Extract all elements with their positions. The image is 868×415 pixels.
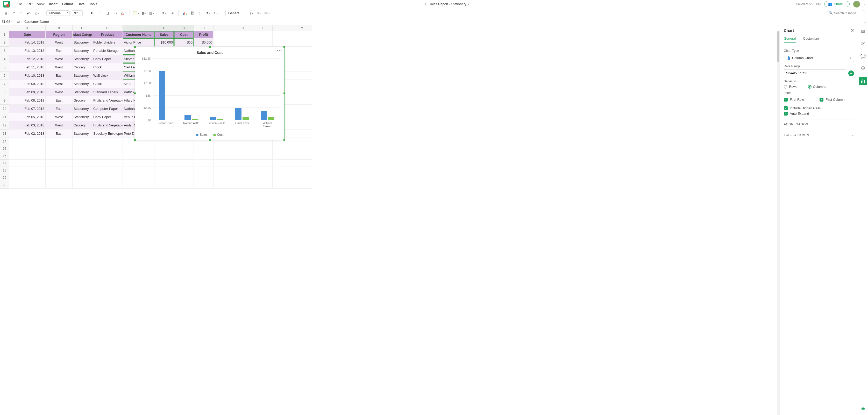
tab-customize[interactable]: Customize [803, 34, 819, 43]
col-header-D[interactable]: D [92, 25, 123, 31]
merge-button[interactable]: ▥ [149, 10, 155, 16]
data-cell[interactable]: Feb 10, 2018 [9, 71, 45, 80]
data-cell[interactable]: Grocery [72, 63, 92, 71]
header-cell[interactable]: Region [45, 31, 72, 38]
data-cell[interactable]: $5,000 [194, 38, 214, 46]
col-header-F[interactable]: F [154, 25, 174, 31]
star-icon[interactable]: ★ [424, 2, 427, 6]
row-header-9[interactable]: 9 [0, 96, 9, 105]
borders-button[interactable]: ▦ [141, 10, 147, 16]
data-cell[interactable]: Fruits and Vegetables [92, 121, 123, 130]
decimal-dec-icon[interactable]: .0← [256, 10, 262, 16]
wrap-button[interactable]: ⇥ [169, 10, 175, 16]
data-cell[interactable]: Grocery [72, 121, 92, 130]
text-color-button[interactable]: A [120, 10, 126, 16]
formula-input[interactable]: Customer Name [22, 20, 862, 24]
data-cell[interactable]: Feb 05, 2018 [9, 113, 45, 121]
row-header-17[interactable]: 17 [0, 160, 9, 167]
menu-edit[interactable]: Edit [27, 2, 32, 6]
decimal-inc-icon[interactable]: .00→ [264, 10, 270, 16]
data-cell[interactable]: East [45, 96, 72, 105]
series-columns-radio[interactable]: Columns [808, 85, 826, 89]
col-header-C[interactable]: C [72, 25, 92, 31]
data-cell[interactable]: Copy Paper [92, 55, 123, 63]
spreadsheet[interactable]: ABCDEFGHIJKLM1DateRegionProduct Category… [0, 25, 780, 415]
chart-menu-icon[interactable]: ••• [277, 49, 282, 52]
insert-image-icon[interactable]: 🖼 [189, 10, 196, 16]
search-in-range-input[interactable]: Search in range [827, 10, 865, 16]
data-range-input[interactable] [784, 69, 846, 77]
chart-type-select[interactable]: Column Chart [784, 54, 854, 62]
data-cell[interactable]: Stationery [72, 113, 92, 121]
redo-icon[interactable]: ↷ [18, 10, 24, 16]
col-header-B[interactable]: B [45, 25, 72, 31]
underline-button[interactable]: U [105, 10, 111, 16]
row-header-4[interactable]: 4 [0, 55, 9, 63]
chart-object[interactable]: ••• Sales and Cost $0$2.5K$5K$7.5K$10K$1… [135, 46, 284, 140]
include-hidden-check[interactable]: ✓Include Hidden Cells [784, 106, 854, 110]
fx-icon[interactable]: fx [15, 20, 22, 24]
vertical-scrollbar[interactable] [777, 31, 780, 415]
col-header-J[interactable]: J [233, 25, 253, 31]
print-icon[interactable]: 🖨 [3, 10, 9, 16]
data-cell[interactable]: $10,000 [154, 38, 174, 46]
menu-insert[interactable]: Insert [49, 2, 58, 6]
bold-button[interactable]: B [89, 10, 95, 16]
italic-button[interactable]: I [97, 10, 103, 16]
header-cell[interactable]: Cost [174, 31, 194, 38]
menu-file[interactable]: File [17, 2, 22, 6]
menu-tools[interactable]: Tools [89, 2, 97, 6]
col-header-A[interactable]: A [9, 25, 45, 31]
row-header-18[interactable]: 18 [0, 167, 9, 174]
clear-format-icon[interactable]: ◰ [34, 10, 40, 16]
row-header-20[interactable]: 20 [0, 181, 9, 189]
sigma-icon[interactable]: Σ [213, 10, 219, 16]
row-header-7[interactable]: 7 [0, 80, 9, 88]
header-cell[interactable]: Product Category [72, 31, 92, 38]
col-header-H[interactable]: H [194, 25, 214, 31]
data-cell[interactable]: Feb 03, 2018 [9, 121, 45, 130]
data-cell[interactable]: Stationery [72, 46, 92, 55]
close-panel-icon[interactable]: ✕ [850, 28, 854, 33]
series-rows-radio[interactable]: Rows [784, 85, 798, 89]
account-dropdown-icon[interactable]: ▾ [864, 3, 865, 5]
select-all-corner[interactable] [0, 25, 9, 31]
data-cell[interactable]: Feb 09, 2018 [9, 80, 45, 88]
menu-view[interactable]: View [37, 2, 44, 6]
data-cell[interactable]: Folder dividers [92, 38, 123, 46]
row-header-12[interactable]: 12 [0, 121, 9, 130]
row-header-14[interactable]: 14 [0, 138, 9, 145]
data-cell[interactable]: Stationery [72, 130, 92, 138]
data-cell[interactable]: Specialty Envelopes [92, 130, 123, 138]
row-header-19[interactable]: 19 [0, 174, 9, 181]
rail-comment-icon[interactable]: 💬 [859, 52, 867, 60]
data-cell[interactable]: Feb 08, 2018 [9, 96, 45, 105]
row-header-3[interactable]: 3 [0, 46, 9, 55]
data-cell[interactable]: East [45, 105, 72, 113]
row-header-5[interactable]: 5 [0, 63, 9, 71]
data-cell[interactable]: Computer Paper [92, 105, 123, 113]
h-align-button[interactable]: ≡ [161, 10, 167, 16]
row-header-11[interactable]: 11 [0, 113, 9, 121]
data-cell[interactable]: Stationery [72, 88, 92, 96]
formula-expand-icon[interactable]: ⌄ [862, 20, 868, 24]
data-cell[interactable]: Portable Storage [92, 46, 123, 55]
data-cell[interactable]: West [45, 80, 72, 88]
data-cell[interactable]: Feb 09, 2018 [9, 88, 45, 96]
header-cell[interactable]: Product [92, 31, 123, 38]
data-cell[interactable]: Fruits and Vegetables [92, 96, 123, 105]
col-header-M[interactable]: M [292, 25, 312, 31]
row-header-15[interactable]: 15 [0, 145, 9, 152]
col-header-L[interactable]: L [273, 25, 292, 31]
filter-icon[interactable]: ⧩ [205, 10, 211, 16]
data-cell[interactable]: Feb 07, 2018 [9, 105, 45, 113]
format-painter-icon[interactable]: 🖌 [26, 10, 32, 16]
row-header-16[interactable]: 16 [0, 152, 9, 160]
font-size-select[interactable]: 9▾ [72, 10, 83, 16]
data-cell[interactable]: Stationery [72, 38, 92, 46]
avatar[interactable] [853, 1, 860, 7]
col-header-E[interactable]: E [123, 25, 154, 31]
number-format-select[interactable]: General [225, 10, 246, 16]
rail-fx-icon[interactable]: fx [859, 39, 867, 48]
undo-icon[interactable]: ↶ [10, 10, 17, 16]
